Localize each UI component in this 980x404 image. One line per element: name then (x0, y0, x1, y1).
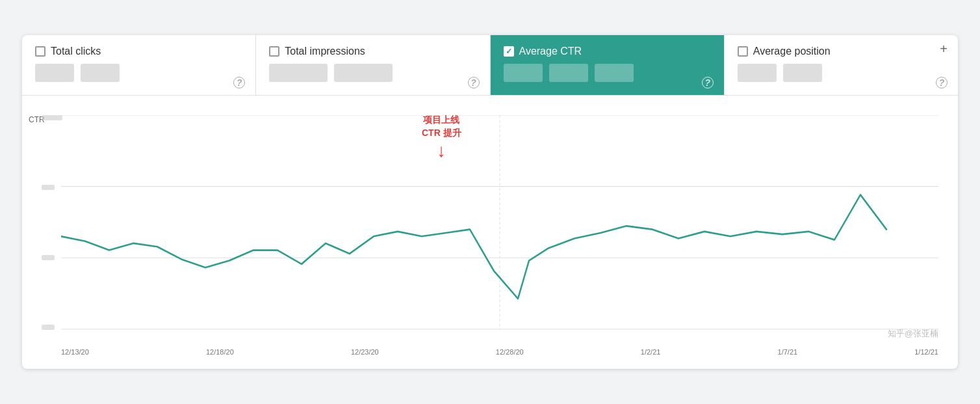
y-tick-low (42, 255, 62, 260)
metric-header: Total clicks (35, 46, 242, 57)
y-tick-mid (42, 185, 62, 190)
x-label-5: 1/7/21 (778, 348, 798, 356)
average-ctr-checkbox[interactable] (504, 46, 514, 57)
value-block (35, 64, 74, 82)
line-chart (61, 115, 938, 330)
total-clicks-checkbox[interactable] (35, 46, 45, 57)
total-impressions-label: Total impressions (285, 46, 365, 57)
metric-card-total-clicks[interactable]: Total clicks ? (22, 35, 256, 95)
chart-area: CTR (22, 96, 958, 369)
total-impressions-checkbox[interactable] (269, 46, 279, 57)
average-ctr-help-icon[interactable]: ? (702, 77, 714, 88)
value-block (738, 64, 777, 82)
x-label-4: 1/2/21 (641, 348, 661, 356)
average-position-checkbox[interactable] (738, 46, 748, 57)
value-block (269, 64, 328, 82)
value-block (334, 64, 393, 82)
value-block (81, 64, 120, 82)
total-impressions-values (269, 64, 476, 82)
metric-card-average-position[interactable]: Average position ? (725, 35, 958, 95)
y-axis-ticks (42, 115, 62, 330)
value-block (783, 64, 822, 82)
x-label-3: 12/28/20 (496, 348, 524, 356)
average-position-values (738, 64, 945, 82)
watermark: 知乎@张亚楠 (888, 328, 938, 340)
x-label-6: 1/12/21 (914, 348, 938, 356)
average-position-help-icon[interactable]: ? (936, 77, 948, 88)
x-label-2: 12/23/20 (351, 348, 379, 356)
metric-header: Average CTR (504, 46, 711, 57)
metric-card-total-impressions[interactable]: Total impressions ? (256, 35, 490, 95)
metrics-row: Total clicks ? Total impressions ? (22, 35, 958, 96)
total-clicks-help-icon[interactable]: ? (233, 77, 245, 88)
x-label-0: 12/13/20 (61, 348, 89, 356)
total-clicks-values (35, 64, 242, 82)
x-axis: 12/13/20 12/18/20 12/23/20 12/28/20 1/2/… (61, 348, 938, 356)
total-impressions-help-icon[interactable]: ? (468, 77, 480, 88)
total-clicks-label: Total clicks (51, 46, 101, 57)
y-tick-bottom (42, 325, 62, 330)
y-tick-top (42, 115, 62, 120)
value-block (595, 64, 634, 82)
average-ctr-values (504, 64, 711, 82)
metric-header: Average position (738, 46, 945, 57)
metric-card-average-ctr[interactable]: Average CTR ? (491, 35, 725, 95)
value-block (504, 64, 543, 82)
metric-header: Total impressions (269, 46, 476, 57)
x-label-1: 12/18/20 (206, 348, 234, 356)
value-block (549, 64, 588, 82)
average-ctr-label: Average CTR (519, 46, 582, 57)
average-position-label: Average position (753, 46, 831, 57)
